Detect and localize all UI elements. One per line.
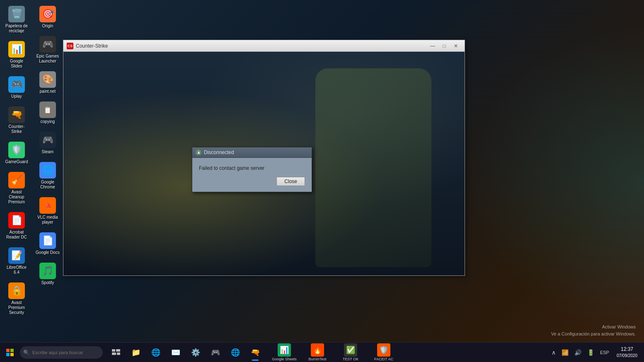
taskbar-testok[interactable]: ✅ TEST OK: [334, 343, 367, 362]
svg-rect-2: [6, 353, 10, 356]
dialog-body: Failed to contact game server Close: [192, 158, 312, 192]
icon-steam[interactable]: 🎮 Steam: [33, 130, 62, 156]
tray-time: 12:37: [617, 346, 637, 353]
close-button[interactable]: ✕: [450, 42, 461, 50]
window-content: ♟ Disconnected Failed to contact game se…: [63, 52, 465, 275]
svg-rect-4: [112, 349, 115, 352]
icon-avast-cleanup[interactable]: 🧹 Avast Cleanup Premium: [2, 170, 31, 206]
maximize-button[interactable]: □: [439, 42, 450, 50]
dialog-message: Failed to contact game server: [199, 165, 305, 171]
icon-papelera[interactable]: 🗑️ Papelera de reciclaje: [2, 4, 31, 35]
icon-google-docs[interactable]: 📄 Google Docs: [33, 231, 62, 257]
icon-libreoffice[interactable]: 📝 LibreOffice 6.4: [2, 246, 31, 277]
tray-battery-icon[interactable]: 🔋: [586, 348, 596, 357]
svg-rect-7: [117, 352, 120, 355]
icon-google-slides[interactable]: 📊 Google Slides: [2, 39, 31, 70]
activate-line2: Ve a Configuración para activar Windows.: [551, 331, 636, 338]
taskbar-burnintest[interactable]: 🔥 BurnInTest: [301, 343, 334, 362]
window-controls: — □ ✕: [427, 42, 461, 50]
taskbar-mail[interactable]: ✉️: [167, 343, 185, 362]
tray-clock[interactable]: 12:37 07/09/2020: [613, 344, 641, 360]
taskbar-bottom-apps: 📊 Google Sheets 🔥 BurnInTest ✅ TEST OK 🛡…: [268, 343, 400, 362]
faceit-label: FACEIT AC: [374, 357, 393, 361]
svg-rect-5: [116, 349, 120, 352]
tray-date: 07/09/2020: [617, 353, 637, 359]
icon-chrome[interactable]: 🌐 Google Chrome: [33, 160, 62, 191]
tray-network-icon[interactable]: 📶: [560, 348, 570, 357]
dialog-close-button[interactable]: Close: [276, 177, 305, 186]
tray-sound-icon[interactable]: 🔊: [573, 348, 583, 357]
taskbar-chrome[interactable]: 🌐: [226, 343, 245, 362]
icon-spotify[interactable]: 🎵 Spotify: [33, 261, 62, 287]
hex-pattern: [437, 0, 644, 362]
search-wrapper: 🔍: [20, 346, 103, 359]
svg-rect-3: [10, 353, 14, 356]
taskbar-edge[interactable]: 🌐: [147, 343, 165, 362]
icon-acrobat[interactable]: 📄 Acrobat Reader DC: [2, 210, 31, 241]
icon-avast-security[interactable]: 🔒 Avast Premium Security: [2, 281, 31, 317]
dialog-buttons: Close: [199, 177, 305, 186]
desktop-icons: 🗑️ Papelera de reciclaje 📊 Google Slides…: [0, 0, 62, 341]
icon-paint[interactable]: 🎨 paint.net: [33, 70, 62, 96]
icon-vlc[interactable]: 🔺 VLC media player: [33, 195, 62, 227]
window-title-icon: CS: [67, 43, 73, 49]
desktop: 🗑️ Papelera de reciclaje 📊 Google Slides…: [0, 0, 644, 362]
taskbar-faceit-ac[interactable]: 🛡️ FACEIT AC: [367, 343, 400, 362]
search-input[interactable]: [20, 346, 103, 359]
icon-copying[interactable]: 📋 copying: [33, 100, 62, 126]
icon-uplay[interactable]: 🎮 Uplay: [2, 75, 31, 101]
window-titlebar[interactable]: CS Counter-Strike — □ ✕: [63, 40, 465, 52]
dialog-titlebar: ♟ Disconnected: [192, 147, 312, 158]
svg-rect-1: [10, 349, 14, 352]
taskbar: 🔍 📁 🌐 ✉️ ⚙️: [0, 342, 644, 362]
dialog-steam-icon: ♟: [196, 150, 201, 155]
testok-label: TEST OK: [343, 357, 358, 361]
dialog-title: Disconnected: [204, 150, 234, 155]
taskbar-pinned-icons: 📁 🌐 ✉️ ⚙️ 🎮 🌐 🔫: [107, 343, 264, 362]
icon-epic-games[interactable]: 🎮 Epic Games Launcher: [33, 34, 62, 65]
system-tray: ∧ 📶 🔊 🔋 ESP 12:37 07/09/2020: [547, 343, 644, 362]
taskbar-steam[interactable]: 🎮: [206, 343, 225, 362]
taskbar-csgo[interactable]: 🔫: [246, 343, 264, 362]
icon-counter-strike[interactable]: 🔫 Counter-Strike: [2, 105, 31, 136]
activate-line1: Activar Windows: [551, 323, 636, 331]
counter-strike-window: CS Counter-Strike — □ ✕ ♟ Disconnected F…: [63, 40, 465, 276]
google-sheets-label: Google Sheets: [272, 357, 297, 361]
soldier-figure: [315, 68, 431, 267]
burnintest-label: BurnInTest: [308, 357, 326, 361]
taskbar-task-view[interactable]: [107, 343, 125, 362]
taskbar-settings[interactable]: ⚙️: [186, 343, 205, 362]
taskbar-file-explorer[interactable]: 📁: [127, 343, 145, 362]
taskbar-google-sheets[interactable]: 📊 Google Sheets: [268, 343, 301, 362]
window-title: Counter-Strike: [76, 43, 427, 49]
tray-language[interactable]: ESP: [598, 348, 611, 357]
svg-rect-0: [6, 349, 10, 352]
activate-windows: Activar Windows Ve a Configuración para …: [551, 323, 636, 337]
start-button[interactable]: [0, 343, 20, 362]
icon-gameguard[interactable]: 🛡️ GameGuard: [2, 140, 31, 166]
disconnected-dialog: ♟ Disconnected Failed to contact game se…: [192, 147, 312, 192]
icon-origin[interactable]: 🎯 Origin: [33, 4, 62, 30]
svg-rect-6: [112, 352, 116, 355]
tray-up-arrow[interactable]: ∧: [550, 348, 557, 357]
minimize-button[interactable]: —: [427, 42, 438, 50]
